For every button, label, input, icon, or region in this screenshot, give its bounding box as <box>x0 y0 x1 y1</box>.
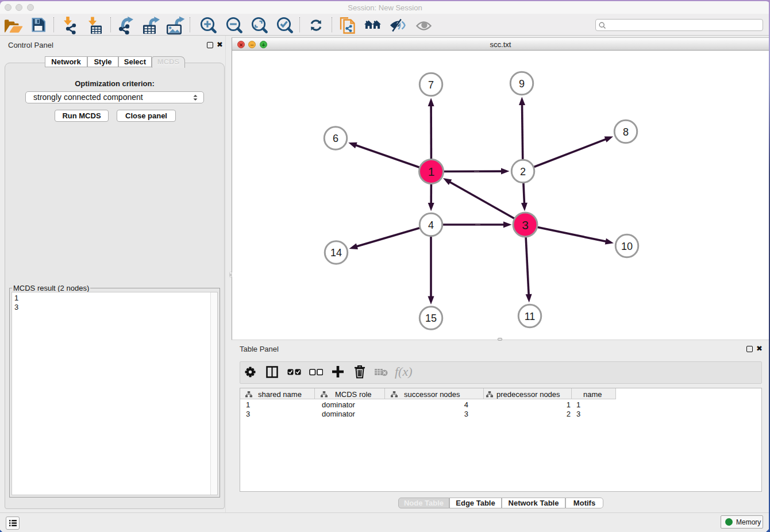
svg-text:2: 2 <box>520 166 526 178</box>
svg-text:14: 14 <box>330 247 342 259</box>
svg-text:8: 8 <box>623 126 629 138</box>
svg-text:11: 11 <box>525 311 536 322</box>
svg-text:9: 9 <box>519 78 525 90</box>
svg-text:10: 10 <box>621 241 633 252</box>
svg-text:4: 4 <box>428 219 434 231</box>
svg-text:6: 6 <box>333 133 338 144</box>
svg-text:15: 15 <box>425 313 437 324</box>
svg-text:7: 7 <box>428 79 434 91</box>
svg-text:3: 3 <box>522 218 529 232</box>
svg-text:1: 1 <box>428 165 435 178</box>
